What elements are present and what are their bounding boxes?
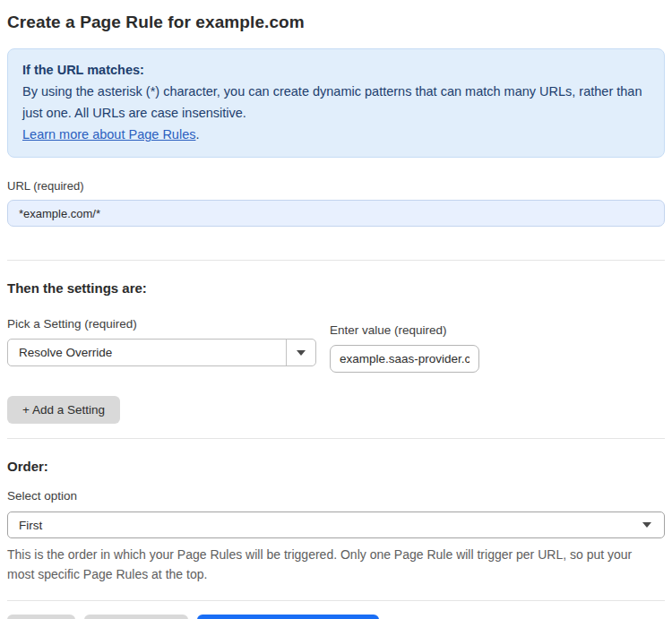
add-setting-button[interactable]: + Add a Setting bbox=[7, 396, 120, 424]
order-section-heading: Order: bbox=[7, 459, 665, 474]
settings-section-heading: Then the settings are: bbox=[7, 280, 665, 296]
page-rule-form: Create a Page Rule for example.com If th… bbox=[0, 0, 672, 619]
cancel-button[interactable]: Cancel bbox=[7, 615, 75, 619]
link-suffix: . bbox=[195, 127, 199, 142]
info-box-body: By using the asterisk (*) character, you… bbox=[22, 81, 650, 124]
order-select-label: Select option bbox=[7, 489, 665, 503]
order-select-value: First bbox=[19, 519, 42, 532]
order-help-text: This is the order in which your Page Rul… bbox=[7, 546, 652, 584]
order-select[interactable]: First bbox=[7, 512, 665, 538]
setting-value-input[interactable] bbox=[330, 345, 479, 373]
section-divider bbox=[7, 260, 665, 261]
footer-actions: Cancel Save as Draft Save and Deploy Pag… bbox=[7, 615, 665, 619]
info-box-heading: If the URL matches: bbox=[22, 59, 650, 81]
setting-select[interactable]: Resolve Override bbox=[7, 339, 316, 366]
learn-more-link[interactable]: Learn more about Page Rules bbox=[22, 127, 195, 142]
setting-value-column: Enter value (required) bbox=[330, 323, 479, 373]
setting-select-value: Resolve Override bbox=[8, 346, 286, 359]
info-box-link-line: Learn more about Page Rules. bbox=[22, 124, 650, 145]
setting-select-arrow-button[interactable] bbox=[286, 340, 315, 365]
section-divider bbox=[7, 438, 665, 439]
footer-divider bbox=[7, 600, 665, 601]
caret-down-icon bbox=[642, 522, 651, 528]
url-field-label: URL (required) bbox=[7, 179, 665, 193]
url-match-info-box: If the URL matches: By using the asteris… bbox=[7, 48, 665, 158]
save-draft-button[interactable]: Save as Draft bbox=[84, 615, 188, 619]
caret-down-icon bbox=[297, 350, 306, 356]
setting-picker-label: Pick a Setting (required) bbox=[7, 317, 316, 331]
save-deploy-button[interactable]: Save and Deploy Page Rule bbox=[197, 615, 380, 619]
setting-row: Pick a Setting (required) Resolve Overri… bbox=[7, 317, 665, 373]
setting-value-label: Enter value (required) bbox=[330, 323, 479, 338]
page-title: Create a Page Rule for example.com bbox=[7, 0, 665, 32]
url-input[interactable] bbox=[7, 200, 665, 227]
setting-picker-column: Pick a Setting (required) Resolve Overri… bbox=[7, 317, 316, 373]
